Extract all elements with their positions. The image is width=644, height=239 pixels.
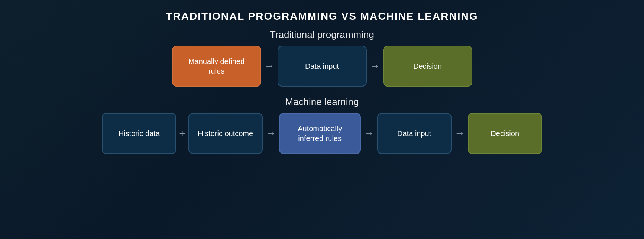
arrow-icon-4: →	[364, 127, 374, 139]
automatically-inferred-rules-box: Automatically inferred rules	[279, 113, 361, 154]
manually-defined-rules-box: Manually defined rules	[172, 46, 261, 87]
main-title: TRADITIONAL PROGRAMMING vs MACHINE LEARN…	[166, 10, 478, 22]
machine-learning-section: Machine learning Historic data + Histori…	[0, 93, 644, 154]
arrow-icon-5: →	[454, 127, 465, 139]
traditional-section: Traditional programming Manually defined…	[0, 26, 644, 87]
traditional-flow-row: Manually defined rules → Data input → De…	[172, 46, 472, 87]
plus-icon: +	[179, 127, 185, 139]
historic-data-box: Historic data	[102, 113, 176, 154]
decision-box-ml: Decision	[468, 113, 542, 154]
decision-box-traditional: Decision	[383, 46, 472, 87]
data-input-box-traditional: Data input	[278, 46, 367, 87]
arrow-icon-2: →	[370, 60, 380, 72]
traditional-section-title: Traditional programming	[270, 29, 374, 41]
data-input-box-ml: Data input	[377, 113, 452, 154]
ml-section-title: Machine learning	[285, 96, 359, 108]
arrow-icon-1: →	[264, 60, 275, 72]
historic-outcome-box: Historic outcome	[188, 113, 263, 154]
arrow-icon-3: →	[266, 127, 276, 139]
ml-flow-row: Historic data + Historic outcome → Autom…	[102, 113, 542, 154]
